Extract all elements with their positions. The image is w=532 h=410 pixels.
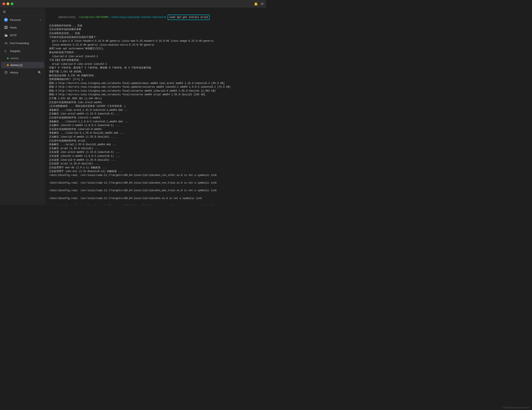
term-line-4: 下列软件包是自动安装的并且现在不需要了： [49,36,262,39]
term-line-5: gir1.2-goa-1.0 linux-headers-5.15.0-46-g… [49,39,262,43]
term-line-28: 正在选中未选择的软件包 libaria2-0:amd64。 [49,127,262,131]
sidebar-item-kenma-1[interactable]: kenma (1) [1,62,44,68]
personal-icon: P [4,18,8,22]
bell-icon[interactable]: 🔔 [254,2,258,6]
sidebar-item-port-forwarding-label: Port Forwarding [10,42,41,45]
terminal-env: (detectron2) [58,16,79,19]
server-status-dot [7,58,9,59]
terminal-prompt-line: (detectron2) root1@root1-NF5468M6:~/data… [49,11,262,24]
svg-line-9 [6,72,7,73]
main-layout: ⚙ P Personal ▾ Hosts [0,8,266,205]
term-line-21: 正在选中未选择的软件包 libc-ares2:amd64。 [49,101,262,105]
svg-rect-0 [5,26,6,27]
minimize-button[interactable] [7,2,9,5]
term-line-34: 正在设置 libc-ares2:amd64 (1.15.0-1ubuntu0.4… [49,150,262,154]
arrows-icon [4,41,8,45]
terminal-user: root1@root1-NF5468M6 [79,16,108,19]
close-button[interactable] [2,2,5,5]
term-line-12: 升级了 0 个软件包，新安装了 4 个软件包，要卸载 0 个软件包，有 3 个软… [49,66,262,70]
term-line-22: (正在读取数据库 ... 系统当前共安装有 216305 个文件和目录。) [49,104,262,108]
term-line-15: 您希望继续执行吗？ [Y/n] y [49,78,262,81]
term-line-10: 下列【新】软件包将被安装： [49,58,262,62]
term-line-37: 正在设置 aria2 (1.35.0-1build1) ... [49,162,262,166]
chevron-down-icon: ▾ [40,19,41,21]
sidebar: ⚙ P Personal ▾ Hosts [0,8,45,205]
terminal-cmd-highlight: sudo apt-get install aria2 [166,16,209,19]
term-line-33: 正在解压 aria2 (1.35.0-1build1) ... [49,147,262,151]
term-line-32: 准备解压 .../aria2_1.35.0-1build1_amd64.deb … [49,143,262,147]
sidebar-item-hosts-label: Hosts [10,26,41,29]
term-line-17: 获取:2 http://mirrors.tuna.tsinghua.edu.cn… [49,85,262,89]
term-line-26: 准备解压 .../libssh2-1_1.8.0-2.1ubuntu0.1_am… [49,120,262,124]
grid-icon [4,26,8,29]
term-line-19: 获取:4 http://mirrors.tuna.tsinghua.edu.cn… [49,93,262,97]
term-line-30: 正在解压 libaria2-0:amd64 (1.35.0-1build1) .… [49,135,262,139]
term-line-14: 解压缩后会消耗 6,235 kB 的额外空间。 [49,74,262,78]
term-line-11: aria2 libaria2-0 libc-ares2 libssh2-1 [49,62,262,66]
titlebar-actions: 🔔 ✉ [254,2,264,6]
history-search-icon[interactable]: 🔍 [38,71,41,74]
term-line-18: 获取:3 http://mirrors.tuna.tsinghua.edu.cn… [49,89,262,93]
term-line-42: /sbin/ldconfig.real: /usr/local/cuda-11.… [49,189,262,193]
term-line-3: 正在读取状态信息... 完成 [49,31,262,36]
folder-icon [4,33,8,37]
term-line-39: 正在处理用于 libc-bin (2.31-0ubuntu9.12) 的触发器 … [49,169,262,174]
term-line-blank-2 [49,185,262,189]
term-line-43: /sbin/ldconfig.real: /usr/local/cuda-11.… [49,196,262,200]
sidebar-item-kenma[interactable]: kenma [1,55,44,61]
clock-icon [4,70,8,74]
personal-section[interactable]: P Personal ▾ [1,16,44,23]
server-kenma-1-label: kenma (1) [10,64,41,67]
sidebar-item-port-forwarding[interactable]: Port Forwarding [1,39,44,47]
term-line-16: 获取:1 http://mirrors.tuna.tsinghua.edu.cn… [49,81,262,85]
term-line-31: 正在选中未选择的软件包 aria2。 [49,139,262,143]
history-label: History [10,71,36,74]
settings-icon[interactable]: ⚙ [3,10,6,14]
sidebar-item-snippets-label: Snippets [10,49,41,53]
personal-label: Personal [10,18,38,21]
svg-rect-3 [6,28,7,29]
term-line-25: 正在选中未选择的软件包 libssh2-1:amd64。 [49,116,262,120]
maximize-button[interactable] [11,2,13,5]
term-line-1: 正在读取软件包列表... 完成 [49,24,262,28]
titlebar: 🔔 ✉ [0,0,266,8]
term-line-35: 正在设置 libssh2-1:amd64 (1.8.0-2.1ubuntu0.1… [49,154,262,158]
terminal-path: :~/data/miya/unbiased-teacher/datasetsS [108,16,166,19]
sidebar-item-history[interactable]: History 🔍 [1,69,44,76]
term-line-41: /sbin/ldconfig.real: /usr/local/cuda-11.… [49,181,262,185]
svg-rect-1 [6,26,7,27]
term-line-27: 正在解压 libssh2-1:amd64 (1.8.0-2.1ubuntu0.1… [49,124,262,127]
term-line-40: /sbin/ldconfig.real: /usr/local/cuda-11.… [49,174,262,177]
term-line-24: 正在解压 libc-ares2:amd64 (1.15.0-1ubuntu0.4… [49,112,262,116]
term-line-36: 正在设置 libaria2-0:amd64 (1.35.0-1build1) .… [49,158,262,162]
term-line-blank-4 [49,200,262,204]
sidebar-item-hosts[interactable]: Hosts [1,24,44,31]
term-line-13: 需要下载 1,551 kB 的归档。 [49,70,262,74]
term-line-20: 已下载 1,551 kB，耗时 1秒 (1,194 kB/s) [49,97,262,101]
term-line-blank-1 [49,177,262,181]
compose-icon[interactable]: ✉ [261,2,264,6]
term-line-9: libaria2-0 libc-ares2 libssh2-1 [49,55,262,59]
term-line-38: 正在处理用于 man-db (2.9.1-1) 的触发器 ... [49,166,262,170]
server-status-dot-1 [7,64,9,66]
sidebar-item-snippets[interactable]: {} Snippets [1,47,44,55]
term-line-7: 使用'sudo apt autoremove'来卸载它(它们)。 [49,47,262,51]
sidebar-item-sftp-label: SFTP [10,34,41,37]
server-kenma-label: kenma [10,57,41,60]
term-line-23: 准备解压 .../libc-ares2_1.15.0-1ubuntu0.4_am… [49,108,262,112]
braces-icon: {} [4,49,8,53]
term-line-blank-3 [49,193,262,196]
term-line-2: 正在分析软件包的依赖关系树 [49,28,262,31]
term-line-6: linux-modules-5.15.0-46-generic linux-mo… [49,43,262,47]
svg-rect-2 [5,28,6,29]
term-line-8: 将会同时安装下列软件： [49,51,262,55]
svg-text:{}: {} [5,49,6,52]
traffic-lights [2,2,13,5]
sidebar-settings: ⚙ [0,8,45,16]
terminal-area[interactable]: (detectron2) root1@root1-NF5468M6:~/data… [45,8,266,205]
term-line-44: /sbin/ldconfig.real: /usr/local/cuda-11.… [49,204,262,205]
sidebar-item-sftp[interactable]: SFTP [1,31,44,39]
term-line-29: 准备解压 .../libaria2-0_1.35.0-1build1_amd64… [49,131,262,135]
